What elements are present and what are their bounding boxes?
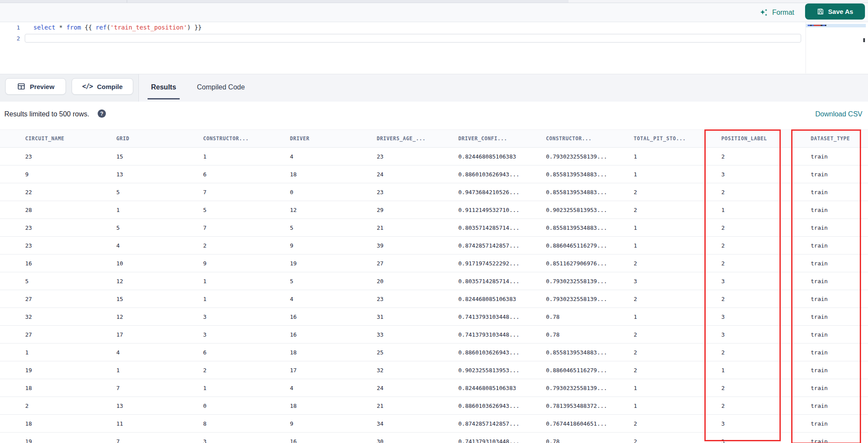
- table-cell: 2: [203, 237, 290, 255]
- code-token: }}: [191, 24, 202, 31]
- table-row: 913618240.8860103626943...0.855813953488…: [0, 165, 868, 183]
- table-cell: 0.9112149532710...: [458, 201, 546, 219]
- results-limit-text: Results limited to 500 rows.: [4, 110, 89, 118]
- code-token: [62, 24, 66, 31]
- table-cell: 25: [377, 344, 458, 361]
- table-cell: 4: [116, 344, 203, 361]
- table-row: 3212316310.7413793103448...0.7813train: [0, 308, 868, 326]
- table-cell: 15: [116, 290, 203, 308]
- table-cell: 0.78: [546, 433, 634, 443]
- table-cell: 34: [377, 415, 458, 433]
- table-cell: 32: [377, 361, 458, 379]
- table-cell: 19: [0, 433, 116, 443]
- table-cell: 0.7930232558139...: [546, 290, 634, 308]
- table-cell: 0: [290, 183, 377, 201]
- table-cell: 17: [290, 361, 377, 379]
- table-cell: 0.8558139534883...: [546, 219, 634, 237]
- table-cell: 2: [634, 415, 721, 433]
- table-cell: 1: [116, 361, 203, 379]
- table-cell: 2: [634, 433, 721, 443]
- table-cell: 18: [290, 344, 377, 361]
- file-tab-divider: [127, 0, 127, 3]
- table-cell: 12: [116, 308, 203, 326]
- table-cell: 0.8742857142857...: [458, 415, 546, 433]
- table-cell: train: [811, 165, 868, 183]
- table-cell: 31: [377, 308, 458, 326]
- table-cell: 20: [377, 272, 458, 290]
- table-cell: 1: [634, 219, 721, 237]
- code-editor[interactable]: 12 select * from {{ ref('train_test_posi…: [0, 22, 868, 74]
- table-cell: 13: [116, 165, 203, 183]
- table-cell: 0.824468085106383: [458, 290, 546, 308]
- editor-minimap[interactable]: [806, 22, 866, 73]
- preview-label: Preview: [30, 83, 55, 90]
- table-cell: train: [811, 397, 868, 415]
- code-token: ): [187, 24, 191, 31]
- table-cell: train: [811, 148, 868, 165]
- table-cell: 3: [721, 308, 811, 326]
- save-as-label: Save As: [828, 8, 853, 15]
- code-token: 'train_test_position': [110, 24, 187, 31]
- code-token: {{: [81, 24, 96, 31]
- table-cell: 3: [203, 308, 290, 326]
- table-cell: 0.7674418604651...: [546, 415, 634, 433]
- tab-compiled-code[interactable]: Compiled Code: [194, 74, 248, 100]
- table-row: 281512290.9112149532710...0.902325581395…: [0, 201, 868, 219]
- table-row: 231514230.8244680851063830.7930232558139…: [0, 148, 868, 165]
- compile-button[interactable]: </> Compile: [72, 78, 133, 95]
- table-row: 181189340.8742857142857...0.767441860465…: [0, 415, 868, 433]
- editor-toolbar: Format Save As: [0, 3, 868, 22]
- table-cell: 27: [0, 290, 116, 308]
- help-icon[interactable]: ?: [98, 109, 106, 118]
- minimap-scroll-marker[interactable]: [863, 38, 865, 42]
- line-number: 2: [0, 33, 20, 44]
- table-cell: 3: [721, 326, 811, 344]
- table-cell: 32: [0, 308, 116, 326]
- table-cell: 9: [203, 255, 290, 272]
- line-number: 1: [0, 22, 20, 33]
- table-cell: 33: [377, 326, 458, 344]
- table-cell: train: [811, 219, 868, 237]
- table-cell: 2: [721, 397, 811, 415]
- table-cell: train: [811, 308, 868, 326]
- preview-button[interactable]: Preview: [5, 78, 66, 95]
- table-cell: 27: [0, 326, 116, 344]
- table-cell: train: [811, 379, 868, 397]
- table-cell: 2: [634, 201, 721, 219]
- save-as-button[interactable]: Save As: [805, 3, 865, 20]
- table-cell: 19: [290, 255, 377, 272]
- active-line-box[interactable]: [25, 34, 801, 43]
- file-tab-strip-segment: [0, 0, 569, 3]
- table-cell: 1: [634, 148, 721, 165]
- table-cell: 0.9473684210526...: [458, 183, 546, 201]
- table-body: 231514230.8244680851063830.7930232558139…: [0, 148, 868, 443]
- table-row: 191217320.9023255813953...0.886046511627…: [0, 361, 868, 379]
- table-cell: 0.7413793103448...: [458, 433, 546, 443]
- compile-label: Compile: [97, 83, 122, 90]
- table-cell: 21: [377, 219, 458, 237]
- table-row: 197316300.7413793103448...0.7823train: [0, 433, 868, 443]
- table-cell: 1: [203, 148, 290, 165]
- tab-results[interactable]: Results: [148, 74, 180, 100]
- format-button[interactable]: Format: [759, 7, 794, 18]
- table-cell: 1: [0, 344, 116, 361]
- table-cell: 1: [203, 379, 290, 397]
- table-cell: 30: [377, 433, 458, 443]
- table-cell: 18: [290, 397, 377, 415]
- table-cell: 1: [634, 308, 721, 326]
- table-cell: train: [811, 237, 868, 255]
- tabs-zone: ResultsCompiled Code: [139, 74, 868, 102]
- code-line[interactable]: select * from {{ ref('train_test_positio…: [33, 22, 803, 33]
- table-cell: 13: [116, 397, 203, 415]
- download-csv-link[interactable]: Download CSV: [815, 110, 863, 118]
- table-cell: train: [811, 326, 868, 344]
- table-cell: 4: [290, 290, 377, 308]
- table-cell: 3: [203, 326, 290, 344]
- table-cell: 22: [0, 183, 116, 201]
- column-header: GRID: [116, 130, 203, 148]
- code-token: (: [107, 24, 110, 31]
- table-cell: 0.8558139534883...: [546, 165, 634, 183]
- tabs: ResultsCompiled Code: [148, 74, 248, 100]
- table-cell: 0.8742857142857...: [458, 237, 546, 255]
- table-cell: 4: [290, 379, 377, 397]
